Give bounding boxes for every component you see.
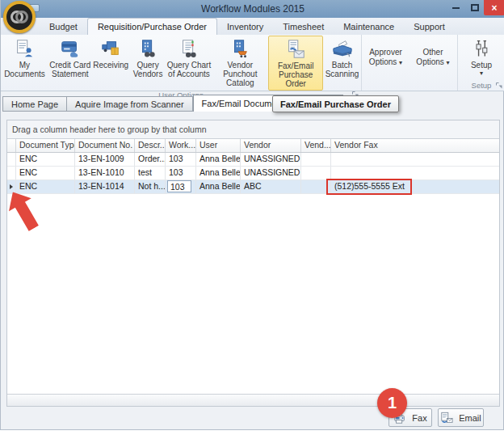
tab-aquire-image-from-scanner[interactable]: Aquire Image from Scanner	[67, 96, 193, 112]
setup-dialog-launcher-icon[interactable]	[495, 82, 503, 90]
cell-workflow: 103	[166, 180, 196, 193]
cell-vendor: UNASSIGNED	[241, 167, 301, 179]
table-row[interactable]: ENC 13-EN-1009 Order... 103 Anna Belle..…	[7, 153, 499, 167]
cell-user: Anna Belle...	[196, 180, 241, 193]
ribbon-tab-inventory[interactable]: Inventory	[217, 18, 273, 35]
cell-description: test	[135, 167, 166, 179]
credit-card-statement-label: Credit Card Statement	[49, 61, 91, 78]
minimize-button[interactable]	[447, 0, 465, 15]
query-chart-of-accounts-label: Query Chart of Accounts	[167, 61, 212, 78]
window-title: Workflow Modules 2015	[1, 3, 504, 15]
close-icon: ×	[491, 2, 497, 14]
maximize-icon	[471, 4, 479, 11]
receiving-truck-icon	[99, 37, 123, 60]
ribbon-tab-requisition-purchase-order[interactable]: Requisition/Purchase Order	[87, 18, 217, 35]
ribbon: My Documents Credit Card Statement	[1, 35, 504, 91]
credit-card-statement-button[interactable]: Credit Card Statement	[48, 36, 92, 91]
fax-email-purchase-order-label: Fax/Email Purchase Order	[270, 61, 321, 88]
logo-icon	[9, 6, 30, 27]
column-header-vendor-fax[interactable]: Vendor Fax	[331, 139, 499, 152]
annotation-highlight-box	[326, 179, 412, 195]
column-header-vend[interactable]: Vend...	[301, 139, 331, 152]
table-row-selected[interactable]: ENC 13-EN-1014 Not h... 103 Anna Belle..…	[7, 180, 499, 194]
email-button[interactable]: Email	[438, 408, 484, 427]
receiving-label: Receiving	[93, 61, 128, 70]
maximize-button[interactable]	[465, 0, 484, 15]
title-bar: Workflow Modules 2015 ×	[1, 0, 504, 18]
cell-workflow: 103	[166, 153, 196, 166]
other-options-label: Other Options	[416, 48, 443, 66]
row-indicator-cell	[7, 153, 16, 166]
table-row[interactable]: ENC 13-EN-1010 test 103 Anna Belle... UN…	[7, 167, 499, 180]
cell-description: Order...	[135, 153, 166, 166]
vendor-punchout-catalog-button[interactable]: Vendor Punchout Catalog	[212, 36, 268, 91]
cell-vendor: UNASSIGNED	[241, 153, 301, 166]
app-logo[interactable]	[3, 1, 36, 33]
email-icon	[440, 412, 453, 424]
vendor-punchout-catalog-label: Vendor Punchout Catalog	[212, 61, 267, 87]
cell-user: Anna Belle...	[196, 167, 241, 179]
batch-scanning-icon	[330, 37, 355, 60]
ribbon-tab-support[interactable]: Support	[404, 18, 455, 35]
step-number: 1	[388, 394, 397, 412]
my-documents-button[interactable]: My Documents	[1, 36, 48, 91]
other-options-dropdown-icon: ▾	[447, 59, 450, 66]
vendor-punchout-catalog-icon	[228, 37, 252, 60]
cell-description: Not h...	[135, 180, 166, 193]
receiving-button[interactable]: Receiving	[92, 36, 130, 91]
other-options-button[interactable]: Other Options ▾	[410, 36, 456, 80]
app-window: Workflow Modules 2015 × Budget Requisiti…	[0, 0, 504, 430]
query-chart-of-accounts-icon	[177, 37, 201, 60]
my-documents-icon	[12, 37, 36, 60]
column-header-user[interactable]: User	[196, 139, 241, 152]
group-by-hint: Drag a column header here to group by th…	[12, 125, 206, 134]
my-documents-label: My Documents	[2, 61, 48, 78]
tab-home-page-label: Home Page	[11, 99, 58, 109]
header-indicator-cell	[7, 139, 16, 152]
query-vendors-icon	[136, 37, 160, 60]
tab-aquire-image-label: Aquire Image from Scanner	[75, 99, 184, 109]
batch-scanning-label: Batch Scanning	[324, 61, 360, 78]
batch-scanning-button[interactable]: Batch Scanning	[323, 36, 361, 91]
query-chart-of-accounts-button[interactable]: Query Chart of Accounts	[166, 36, 212, 91]
current-row-marker-icon	[10, 184, 13, 189]
workflow-cell-editor[interactable]: 103	[167, 180, 191, 192]
grid-footer-strip	[7, 394, 499, 406]
column-header-workflow[interactable]: Work...	[166, 139, 196, 152]
query-vendors-button[interactable]: Query Vendors	[130, 36, 166, 91]
ribbon-tab-budget[interactable]: Budget	[40, 18, 87, 35]
tooltip-fax-email-purchase-order: Fax/Email Purchase Order	[272, 95, 399, 112]
credit-card-icon	[58, 37, 82, 60]
cell-vend	[301, 167, 331, 179]
ribbon-group-user-options: My Documents Credit Card Statement	[1, 35, 362, 91]
ribbon-group-options: Approver Options ▾ Other Options ▾	[362, 35, 458, 91]
approver-options-button[interactable]: Approver Options ▾	[362, 36, 410, 80]
fax-email-purchase-order-button[interactable]: Fax/Email Purchase Order	[268, 36, 323, 91]
cell-vendor-fax	[331, 153, 499, 166]
grid-empty-area	[7, 194, 499, 394]
cell-vend	[301, 153, 331, 166]
ribbon-tab-timesheet[interactable]: Timesheet	[273, 18, 334, 35]
ribbon-tab-bar: Budget Requisition/Purchase Order Invent…	[1, 18, 504, 35]
approver-options-dropdown-icon: ▾	[399, 59, 402, 66]
setup-dropdown-icon: ▾	[480, 70, 483, 77]
group-by-area[interactable]: Drag a column header here to group by th…	[7, 120, 499, 139]
column-header-description[interactable]: Descr...	[135, 139, 166, 152]
cell-document-type: ENC	[16, 167, 75, 179]
close-button[interactable]: ×	[484, 0, 504, 15]
group-label-setup: Setup	[472, 81, 492, 90]
column-header-vendor[interactable]: Vendor	[241, 139, 301, 152]
grid-header-row: Document Type Document No. Descr... Work…	[7, 139, 499, 153]
setup-button[interactable]: Setup ▾	[464, 36, 499, 80]
column-header-document-type[interactable]: Document Type	[16, 139, 75, 152]
tab-home-page[interactable]: Home Page	[2, 96, 67, 112]
setup-sliders-icon	[469, 37, 494, 60]
fax-email-purchase-order-icon	[284, 38, 308, 61]
cell-document-no: 13-EN-1014	[75, 180, 135, 193]
fax-button-label: Fax	[412, 413, 426, 423]
tooltip-text: Fax/Email Purchase Order	[280, 99, 391, 109]
column-header-document-no[interactable]: Document No.	[75, 139, 135, 152]
cell-document-type: ENC	[16, 153, 75, 166]
cell-document-no: 13-EN-1009	[75, 153, 135, 166]
ribbon-tab-maintenance[interactable]: Maintenance	[334, 18, 404, 35]
